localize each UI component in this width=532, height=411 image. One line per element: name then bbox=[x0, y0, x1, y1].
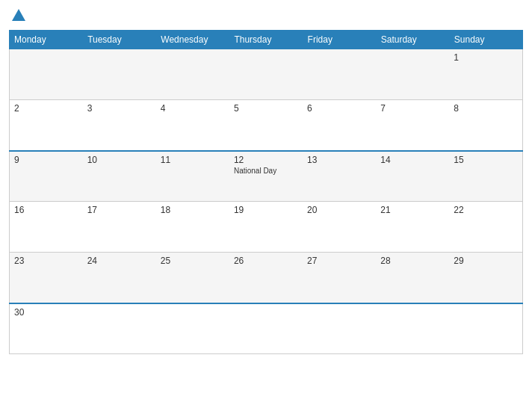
calendar-cell: 29 bbox=[449, 253, 522, 303]
day-number: 29 bbox=[454, 256, 518, 266]
header-wednesday: Wednesday bbox=[156, 31, 229, 49]
calendar-header bbox=[9, 7, 523, 24]
calendar-cell bbox=[229, 49, 303, 100]
calendar-cell: 5 bbox=[229, 100, 303, 151]
calendar-cell: 11 bbox=[156, 151, 229, 202]
day-number: 11 bbox=[161, 155, 225, 165]
day-number: 5 bbox=[234, 103, 298, 114]
day-number: 21 bbox=[380, 205, 445, 215]
calendar-cell: 14 bbox=[376, 151, 449, 202]
day-number: 7 bbox=[380, 103, 445, 114]
header-saturday: Saturday bbox=[376, 31, 449, 49]
calendar-row-2: 2345678 bbox=[10, 100, 523, 151]
calendar-cell bbox=[156, 303, 229, 354]
day-number: 2 bbox=[14, 103, 78, 114]
day-number: 14 bbox=[380, 155, 445, 165]
day-number: 30 bbox=[14, 307, 78, 318]
calendar-cell: 8 bbox=[449, 100, 522, 151]
logo bbox=[9, 7, 27, 24]
calendar-cell: 2 bbox=[10, 100, 83, 151]
calendar-cell bbox=[376, 49, 449, 100]
calendar-row-4: 16171819202122 bbox=[10, 202, 523, 253]
calendar-cell: 20 bbox=[303, 202, 376, 253]
day-number: 20 bbox=[307, 205, 371, 215]
event-label: National Day bbox=[234, 167, 298, 175]
logo-icon bbox=[10, 7, 27, 24]
day-number: 28 bbox=[380, 256, 445, 266]
header-thursday: Thursday bbox=[229, 31, 303, 49]
calendar-cell bbox=[83, 49, 156, 100]
calendar-cell: 23 bbox=[10, 253, 83, 303]
calendar-cell: 22 bbox=[449, 202, 522, 253]
calendar-cell: 6 bbox=[303, 100, 376, 151]
svg-marker-0 bbox=[12, 9, 25, 21]
day-number: 27 bbox=[307, 256, 371, 266]
calendar-cell: 9 bbox=[10, 151, 83, 202]
calendar-row-5: 23242526272829 bbox=[10, 253, 523, 303]
calendar-cell: 3 bbox=[83, 100, 156, 151]
day-number: 12 bbox=[234, 155, 298, 165]
calendar-cell bbox=[376, 303, 449, 354]
calendar-cell: 17 bbox=[83, 202, 156, 253]
day-number: 16 bbox=[14, 205, 78, 215]
calendar-cell bbox=[10, 49, 83, 100]
calendar-cell: 12National Day bbox=[229, 151, 303, 202]
day-number: 24 bbox=[87, 256, 152, 266]
calendar-cell: 15 bbox=[449, 151, 522, 202]
day-number: 15 bbox=[454, 155, 518, 165]
day-number: 3 bbox=[87, 103, 152, 114]
calendar-row-1: 1 bbox=[10, 49, 523, 100]
calendar-cell: 26 bbox=[229, 253, 303, 303]
calendar-cell bbox=[229, 303, 303, 354]
day-number: 10 bbox=[87, 155, 152, 165]
calendar-table: Monday Tuesday Wednesday Thursday Friday… bbox=[9, 30, 523, 354]
day-number: 26 bbox=[234, 256, 298, 266]
calendar-cell: 30 bbox=[10, 303, 83, 354]
header-tuesday: Tuesday bbox=[83, 31, 156, 49]
calendar-cell: 7 bbox=[376, 100, 449, 151]
day-number: 19 bbox=[234, 205, 298, 215]
calendar-cell: 18 bbox=[156, 202, 229, 253]
calendar-cell: 1 bbox=[449, 49, 522, 100]
day-number: 18 bbox=[161, 205, 225, 215]
calendar-cell bbox=[156, 49, 229, 100]
day-number: 1 bbox=[454, 52, 518, 63]
calendar-cell bbox=[303, 303, 376, 354]
day-number: 22 bbox=[454, 205, 518, 215]
day-number: 23 bbox=[14, 256, 78, 266]
day-number: 8 bbox=[454, 103, 518, 114]
header-sunday: Sunday bbox=[449, 31, 522, 49]
calendar-cell: 21 bbox=[376, 202, 449, 253]
calendar-cell: 28 bbox=[376, 253, 449, 303]
calendar-container: Monday Tuesday Wednesday Thursday Friday… bbox=[0, 0, 532, 411]
calendar-cell: 10 bbox=[83, 151, 156, 202]
calendar-cell: 24 bbox=[83, 253, 156, 303]
day-number: 13 bbox=[307, 155, 371, 165]
calendar-row-6: 30 bbox=[10, 303, 523, 354]
calendar-cell bbox=[83, 303, 156, 354]
calendar-cell: 16 bbox=[10, 202, 83, 253]
calendar-cell: 25 bbox=[156, 253, 229, 303]
calendar-cell bbox=[303, 49, 376, 100]
day-number: 4 bbox=[161, 103, 225, 114]
calendar-cell: 27 bbox=[303, 253, 376, 303]
calendar-cell bbox=[449, 303, 522, 354]
calendar-cell: 13 bbox=[303, 151, 376, 202]
day-number: 6 bbox=[307, 103, 371, 114]
day-number: 9 bbox=[14, 155, 78, 165]
calendar-row-3: 9101112National Day131415 bbox=[10, 151, 523, 202]
calendar-cell: 19 bbox=[229, 202, 303, 253]
header-monday: Monday bbox=[10, 31, 83, 49]
day-number: 17 bbox=[87, 205, 152, 215]
header-friday: Friday bbox=[303, 31, 376, 49]
calendar-cell: 4 bbox=[156, 100, 229, 151]
day-number: 25 bbox=[161, 256, 225, 266]
weekday-header-row: Monday Tuesday Wednesday Thursday Friday… bbox=[10, 31, 523, 49]
